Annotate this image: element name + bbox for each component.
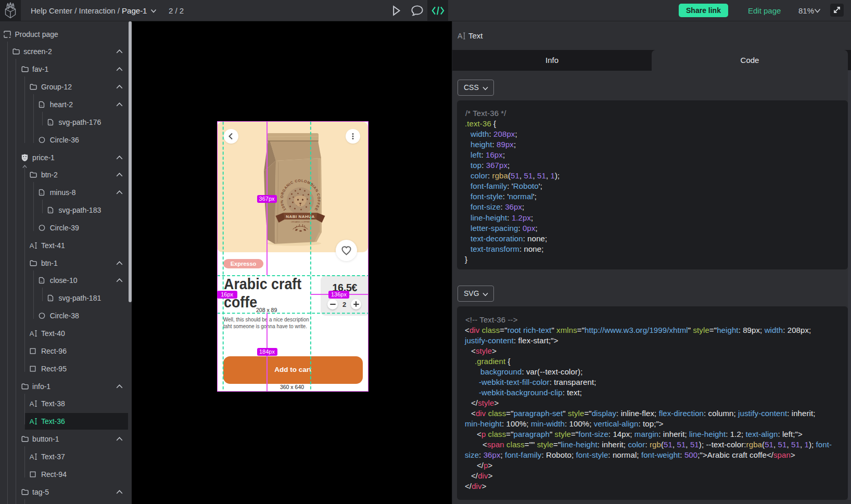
svg-text:A: A <box>30 453 34 460</box>
svg-text:A: A <box>30 242 34 249</box>
svg-text:A: A <box>30 330 34 337</box>
svg-text:A: A <box>458 32 463 40</box>
svg-text:A: A <box>30 418 34 425</box>
svg-text:A: A <box>30 400 34 407</box>
